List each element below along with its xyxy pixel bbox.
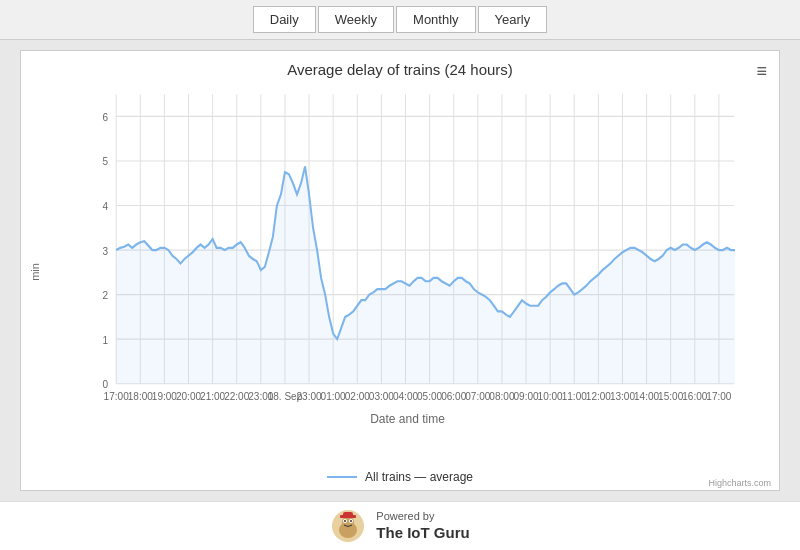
footer: Powered by The IoT Guru <box>0 501 800 550</box>
svg-text:20:00: 20:00 <box>176 390 201 403</box>
legend-line-indicator <box>327 476 357 478</box>
svg-text:23:00: 23:00 <box>296 390 321 403</box>
svg-text:02:00: 02:00 <box>345 390 370 403</box>
svg-text:16:00: 16:00 <box>682 390 707 403</box>
monthly-button[interactable]: Monthly <box>396 6 476 33</box>
chart-legend: All trains — average <box>21 466 779 490</box>
svg-text:07:00: 07:00 <box>465 390 490 403</box>
svg-text:10:00: 10:00 <box>538 390 563 403</box>
svg-text:1: 1 <box>103 333 109 346</box>
yearly-button[interactable]: Yearly <box>478 6 548 33</box>
chart-header: Average delay of trains (24 hours) ≡ <box>21 51 779 78</box>
svg-text:05:00: 05:00 <box>417 390 442 403</box>
svg-point-74 <box>350 520 352 522</box>
y-axis-label: min <box>29 263 41 281</box>
powered-by-label: Powered by <box>376 509 469 523</box>
svg-text:12:00: 12:00 <box>586 390 611 403</box>
chart-svg: .grid-line { stroke: #e0e0e0; stroke-wid… <box>76 83 739 406</box>
brand-name: The IoT Guru <box>376 523 469 543</box>
svg-text:3: 3 <box>103 244 109 257</box>
svg-text:22:00: 22:00 <box>224 390 249 403</box>
svg-text:0: 0 <box>103 378 109 391</box>
svg-text:18:00: 18:00 <box>128 390 153 403</box>
svg-rect-76 <box>343 512 353 517</box>
toolbar: Daily Weekly Monthly Yearly <box>0 0 800 40</box>
svg-text:17:00: 17:00 <box>706 390 731 403</box>
svg-text:09:00: 09:00 <box>513 390 538 403</box>
chart-area: min .grid-line { stroke: #e0e0e0; stroke… <box>21 78 779 466</box>
chart-container: Average delay of trains (24 hours) ≡ min… <box>20 50 780 491</box>
svg-text:01:00: 01:00 <box>321 390 346 403</box>
footer-text-block: Powered by The IoT Guru <box>376 509 469 543</box>
svg-text:4: 4 <box>103 199 109 212</box>
svg-text:21:00: 21:00 <box>200 390 225 403</box>
svg-text:13:00: 13:00 <box>610 390 635 403</box>
svg-text:14:00: 14:00 <box>634 390 659 403</box>
svg-text:03:00: 03:00 <box>369 390 394 403</box>
daily-button[interactable]: Daily <box>253 6 316 33</box>
weekly-button[interactable]: Weekly <box>318 6 394 33</box>
x-axis-label: Date and time <box>76 412 739 426</box>
svg-text:2: 2 <box>103 289 109 302</box>
svg-text:06:00: 06:00 <box>441 390 466 403</box>
svg-text:17:00: 17:00 <box>104 390 129 403</box>
footer-logo <box>330 508 366 544</box>
highcharts-credit: Highcharts.com <box>708 478 771 488</box>
svg-text:5: 5 <box>103 155 109 168</box>
svg-text:15:00: 15:00 <box>658 390 683 403</box>
svg-text:08:00: 08:00 <box>489 390 514 403</box>
svg-text:04:00: 04:00 <box>393 390 418 403</box>
svg-text:6: 6 <box>103 110 109 123</box>
svg-text:11:00: 11:00 <box>562 390 587 403</box>
svg-point-73 <box>344 520 346 522</box>
legend-label: All trains — average <box>365 470 473 484</box>
svg-text:19:00: 19:00 <box>152 390 177 403</box>
chart-title: Average delay of trains (24 hours) <box>51 61 749 78</box>
